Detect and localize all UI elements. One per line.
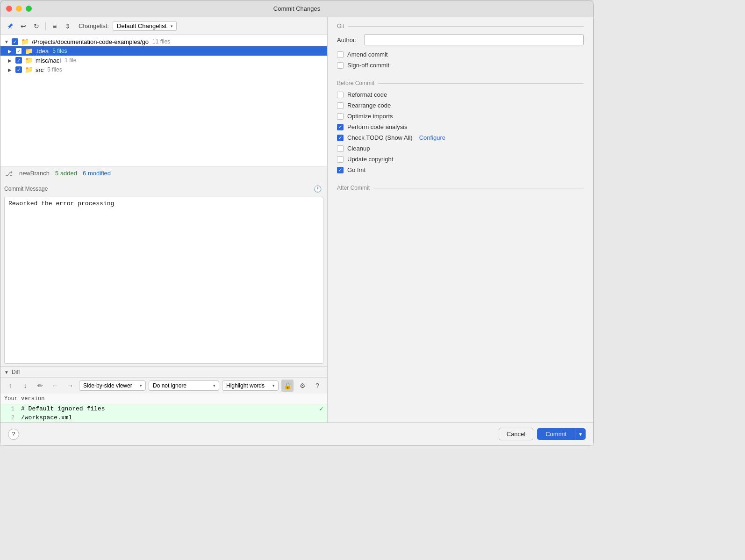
- file-status-bar: ⎇ newBranch 5 added 6 modified: [0, 166, 327, 180]
- refresh-button[interactable]: ↻: [30, 20, 43, 32]
- idea-folder-icon: 📁: [25, 47, 33, 55]
- optimize-checkbox[interactable]: [337, 113, 344, 120]
- window-title: Commit Changes: [273, 5, 320, 12]
- commit-msg-header: Commit Message 🕐: [4, 183, 323, 195]
- idea-expand-icon: ▶: [8, 49, 13, 54]
- maximize-button[interactable]: [26, 6, 32, 12]
- tree-item-src[interactable]: ▶ ✓ 📁 src 5 files: [0, 65, 327, 74]
- analysis-row: ✓ Perform code analysis: [337, 123, 584, 130]
- rearrange-label: Rearrange code: [347, 102, 391, 109]
- misc-checkbox[interactable]: ✓: [15, 57, 22, 64]
- undo-button[interactable]: ↩: [17, 20, 29, 32]
- cancel-button[interactable]: Cancel: [499, 428, 533, 440]
- changelist-select[interactable]: Default Changelist: [113, 21, 177, 31]
- commit-msg-history-button[interactable]: 🕐: [311, 183, 323, 195]
- author-row: Author:: [337, 34, 584, 45]
- diff-up-button[interactable]: ↑: [4, 380, 16, 392]
- tree-root[interactable]: ▼ ✓ 📁 /Projects/documentation-code-examp…: [0, 37, 327, 46]
- idea-name: .idea: [36, 48, 49, 55]
- src-checkbox[interactable]: ✓: [15, 66, 22, 73]
- file-tree: ▼ ✓ 📁 /Projects/documentation-code-examp…: [0, 35, 327, 166]
- bottom-bar: ? Cancel Commit ▾: [0, 422, 593, 445]
- changelist-wrapper: Default Changelist ▾: [113, 21, 177, 31]
- expand-button[interactable]: ≡: [49, 20, 61, 32]
- collapse-button[interactable]: ⇕: [62, 20, 74, 32]
- modified-count: 6 modified: [83, 170, 111, 177]
- diff-line-content-1: # Default ignored files: [19, 405, 320, 413]
- copyright-checkbox[interactable]: [337, 156, 344, 163]
- diff-line-num-1: 1: [0, 406, 19, 412]
- commit-btn-group: Commit ▾: [537, 428, 586, 440]
- reformat-label: Reformat code: [347, 91, 387, 98]
- diff-lock-button[interactable]: 🔒: [281, 380, 294, 392]
- misc-name: misc/nacl: [36, 57, 61, 64]
- left-panel: ↩ ↻ ≡ ⇕ Changelist: Default Changelist ▾…: [0, 17, 328, 422]
- help-button[interactable]: ?: [8, 429, 19, 440]
- root-count: 11 files: [152, 38, 170, 45]
- amend-commit-checkbox[interactable]: [337, 51, 344, 58]
- diff-settings-button[interactable]: ⚙: [296, 380, 308, 392]
- commit-changes-window: Commit Changes ↩ ↻ ≡ ⇕ Changelist: Defau…: [0, 0, 594, 446]
- diff-line-check-1: ✓: [320, 405, 327, 413]
- misc-expand-icon: ▶: [8, 58, 13, 63]
- misc-folder-icon: 📁: [25, 57, 33, 64]
- root-folder-icon: 📁: [21, 38, 29, 45]
- commit-message-section: Commit Message 🕐 Reworked the error proc…: [0, 180, 327, 366]
- title-bar: Commit Changes: [0, 0, 593, 17]
- signoff-commit-checkbox[interactable]: [337, 62, 344, 69]
- diff-version-label: Your version: [0, 394, 327, 404]
- main-content: ↩ ↻ ≡ ⇕ Changelist: Default Changelist ▾…: [0, 17, 593, 422]
- tree-item-misc[interactable]: ▶ ✓ 📁 misc/nacl 1 file: [0, 56, 327, 65]
- amend-commit-label: Amend commit: [347, 51, 388, 58]
- gofmt-checkbox[interactable]: ✓: [337, 167, 344, 173]
- diff-toggle-icon[interactable]: ▼: [4, 370, 9, 375]
- added-count: 5 added: [55, 170, 77, 177]
- viewer-select[interactable]: Side-by-side viewerUnified viewer: [79, 381, 146, 391]
- rearrange-checkbox[interactable]: [337, 102, 344, 109]
- diff-help-button[interactable]: ?: [311, 380, 323, 392]
- diff-next-button[interactable]: →: [64, 380, 76, 392]
- close-button[interactable]: [6, 6, 12, 12]
- todo-label: Check TODO (Show All): [347, 134, 413, 141]
- reformat-row: Reformat code: [337, 91, 584, 98]
- diff-down-button[interactable]: ↓: [19, 380, 31, 392]
- tree-item-idea[interactable]: ▶ ✓ 📁 .idea 5 files: [0, 46, 327, 56]
- gofmt-label: Go fmt: [347, 166, 365, 173]
- help-icon: ?: [12, 431, 15, 438]
- minimize-button[interactable]: [16, 6, 22, 12]
- ignore-select[interactable]: Do not ignoreIgnore whitespaceIgnore all…: [149, 381, 219, 391]
- commit-button[interactable]: Commit: [537, 428, 575, 440]
- optimize-row: Optimize imports: [337, 113, 584, 120]
- analysis-label: Perform code analysis: [347, 123, 408, 130]
- pin-button[interactable]: [4, 20, 16, 32]
- diff-line-1: 1 # Default ignored files ✓: [0, 404, 327, 413]
- src-count: 5 files: [47, 66, 62, 73]
- diff-edit-button[interactable]: ✏: [34, 380, 46, 392]
- root-path: /Projects/documentation-code-examples/go: [32, 38, 149, 45]
- commit-msg-label: Commit Message: [4, 186, 48, 192]
- misc-count: 1 file: [64, 57, 76, 64]
- commit-message-input[interactable]: Reworked the error processing: [4, 197, 323, 364]
- root-checkbox[interactable]: ✓: [12, 38, 18, 45]
- before-commit-section-title: Before Commit: [337, 80, 584, 86]
- todo-checkbox[interactable]: ✓: [337, 135, 344, 141]
- diff-line-num-2: 2: [0, 415, 19, 421]
- idea-checkbox[interactable]: ✓: [15, 48, 22, 54]
- cleanup-checkbox[interactable]: [337, 145, 344, 152]
- after-commit-section-title: After Commit: [337, 185, 584, 191]
- signoff-commit-label: Sign-off commit: [347, 62, 389, 69]
- idea-count: 5 files: [52, 48, 67, 54]
- diff-line-2: 2 /workspace.xml: [0, 413, 327, 422]
- author-input[interactable]: [364, 34, 584, 45]
- diff-prev-button[interactable]: ←: [49, 380, 61, 392]
- changelist-label: Changelist:: [79, 22, 109, 29]
- copyright-label: Update copyright: [347, 156, 393, 163]
- branch-icon: ⎇: [5, 170, 13, 177]
- commit-dropdown-arrow[interactable]: ▾: [575, 428, 586, 440]
- cleanup-label: Cleanup: [347, 145, 370, 152]
- reformat-checkbox[interactable]: [337, 92, 344, 98]
- analysis-checkbox[interactable]: ✓: [337, 124, 344, 130]
- src-expand-icon: ▶: [8, 67, 13, 72]
- todo-configure-link[interactable]: Configure: [419, 134, 445, 141]
- highlight-select[interactable]: Highlight wordsHighlight linesNo highlig…: [222, 381, 279, 391]
